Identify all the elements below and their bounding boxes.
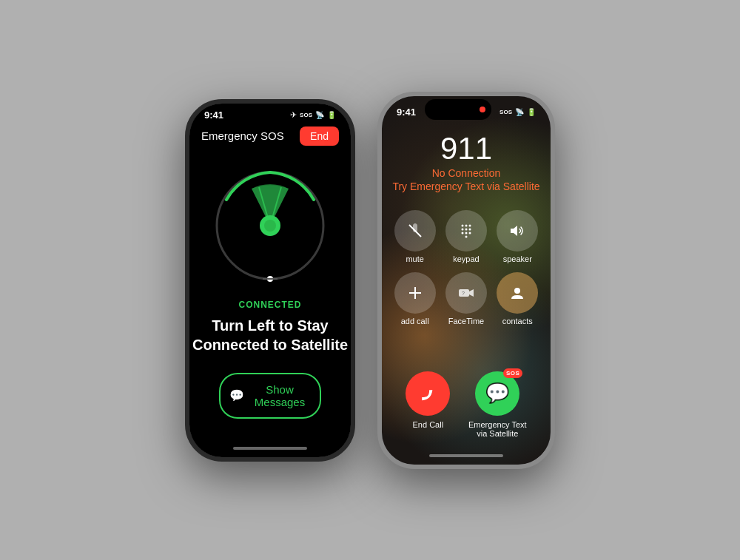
- svg-point-12: [461, 228, 463, 230]
- no-connection-text: No Connection: [382, 167, 551, 179]
- connected-label: CONNECTED: [238, 300, 301, 310]
- speaker-button[interactable]: [497, 210, 538, 252]
- show-messages-label: Show Messages: [249, 383, 311, 408]
- mute-label: mute: [406, 254, 423, 263]
- svg-point-9: [461, 224, 463, 226]
- mute-icon: [406, 222, 424, 240]
- contacts-button[interactable]: [497, 272, 538, 314]
- dynamic-island: [425, 99, 491, 120]
- end-call-icon: [417, 383, 438, 404]
- emergency-text-wrapper: 💬 SOS Emergency Textvia Satellite: [468, 371, 527, 438]
- contacts-icon: [508, 284, 526, 302]
- compass-svg: [211, 166, 329, 285]
- phone-2: 9:41 SOS 📡 🔋 911 No Connection Try Emerg…: [377, 92, 555, 469]
- contacts-button-wrapper: contacts: [497, 272, 539, 325]
- compass-ring: [211, 166, 329, 285]
- mute-button[interactable]: [394, 210, 436, 252]
- mute-button-wrapper: mute: [394, 210, 436, 263]
- end-call-wrapper: End Call: [406, 371, 450, 438]
- phone-1: 9:41 ✈ SOS 📡 🔋 Emergency SOS End: [185, 99, 355, 462]
- keypad-button-wrapper: keypad: [445, 210, 487, 263]
- status-bar-1: 9:41 ✈ SOS 📡 🔋: [189, 104, 351, 124]
- satellite-icon-2: 📡: [515, 108, 524, 116]
- try-satellite-text: Try Emergency Text via Satellite: [382, 181, 551, 192]
- time-2: 9:41: [397, 107, 416, 118]
- location-icon: ✈: [290, 110, 297, 120]
- svg-point-4: [264, 220, 276, 232]
- battery-icon-1: 🔋: [327, 111, 336, 119]
- sos-badge: SOS: [503, 368, 522, 378]
- phone2-ui: 9:41 SOS 📡 🔋 911 No Connection Try Emerg…: [382, 96, 551, 465]
- svg-point-10: [465, 224, 467, 226]
- emergency-text-icon: 💬: [485, 382, 509, 405]
- bottom-actions: End Call 💬 SOS Emergency Textvia Satelli…: [382, 364, 551, 445]
- svg-point-14: [468, 228, 471, 230]
- facetime-label: FaceTime: [448, 317, 485, 325]
- end-call-button[interactable]: [406, 371, 450, 416]
- sos-status-icon: SOS: [300, 112, 312, 118]
- end-call-label: End Call: [413, 420, 444, 429]
- svg-point-11: [468, 224, 471, 226]
- facetime-button-wrapper: ? FaceTime: [445, 272, 487, 325]
- emergency-text-button[interactable]: 💬 SOS: [475, 371, 519, 416]
- svg-point-18: [465, 235, 467, 237]
- contacts-label: contacts: [502, 317, 533, 325]
- svg-marker-23: [469, 289, 474, 297]
- sos-title: Emergency SOS: [201, 129, 284, 142]
- speaker-button-wrapper: speaker: [497, 210, 539, 263]
- status-icons-2: SOS 📡 🔋: [500, 108, 536, 116]
- home-indicator-2: [429, 454, 503, 457]
- direction-text: Turn Left to Stay Connected to Satellite: [192, 316, 348, 354]
- svg-point-25: [514, 288, 520, 294]
- svg-marker-19: [511, 226, 517, 236]
- add-call-button-wrapper: add call: [394, 272, 436, 325]
- camera-dot: [480, 107, 485, 112]
- speaker-label: speaker: [503, 254, 532, 263]
- direction-line2: Connected to Satellite: [192, 337, 348, 353]
- time-1: 9:41: [204, 109, 223, 121]
- svg-point-17: [468, 232, 471, 234]
- add-call-button[interactable]: [394, 272, 436, 314]
- svg-point-15: [461, 232, 463, 234]
- keypad-button[interactable]: [445, 210, 487, 252]
- call-buttons-grid: mute: [382, 198, 551, 337]
- spacer-2: [382, 337, 551, 364]
- add-call-icon: [406, 284, 424, 302]
- add-call-label: add call: [401, 317, 429, 325]
- phones-container: 9:41 ✈ SOS 📡 🔋 Emergency SOS End: [185, 92, 555, 469]
- emergency-text-label: Emergency Textvia Satellite: [468, 420, 527, 438]
- facetime-button[interactable]: ?: [445, 272, 487, 314]
- end-button[interactable]: End: [300, 126, 339, 146]
- show-messages-wrapper: 💬 Show Messages: [189, 373, 351, 441]
- call-number: 911: [382, 133, 551, 164]
- svg-text:?: ?: [462, 291, 465, 296]
- message-bubble-icon: 💬: [229, 388, 244, 402]
- status-bar-2: 9:41 SOS 📡 🔋: [382, 96, 551, 126]
- keypad-label: keypad: [453, 254, 479, 263]
- show-messages-button[interactable]: 💬 Show Messages: [219, 373, 321, 419]
- sos-header: Emergency SOS End: [189, 121, 351, 152]
- speaker-icon: [508, 222, 526, 240]
- battery-icon-2: 🔋: [527, 108, 536, 116]
- svg-point-13: [465, 228, 467, 230]
- keypad-icon: [457, 222, 475, 240]
- compass-area: CONNECTED Turn Left to Stay Connected to…: [189, 152, 351, 369]
- status-icons-1: ✈ SOS 📡 🔋: [290, 110, 336, 120]
- sos-status-2: SOS: [500, 109, 512, 115]
- home-indicator-1: [233, 447, 307, 450]
- direction-line1: Turn Left to Stay: [212, 317, 328, 334]
- svg-point-16: [465, 232, 467, 234]
- satellite-icon-1: 📡: [315, 111, 324, 119]
- facetime-icon: ?: [457, 284, 475, 302]
